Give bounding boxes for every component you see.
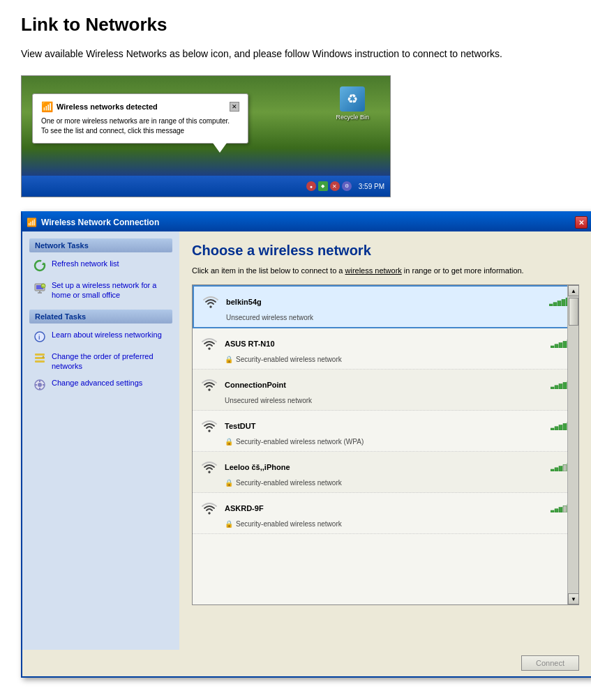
wnc-body: Network Tasks Refresh network list: [22, 231, 591, 650]
network-list-item[interactable]: belkin54g Unsecured wireless network: [193, 285, 578, 328]
wnc-content-desc: Click an item in the list below to conne…: [192, 266, 579, 276]
network-status-text: Security-enabled wireless network: [236, 479, 342, 487]
tray-icons: ● ◆ ✕ ⚙: [306, 181, 352, 191]
network-name: ASKRD-9F: [225, 504, 545, 512]
svg-rect-35: [559, 384, 562, 389]
network-list-item[interactable]: ASKRD-9F 🔒 Security-enabled wireless net…: [193, 493, 578, 534]
svg-rect-52: [555, 509, 558, 512]
svg-point-32: [209, 389, 211, 391]
scroll-thumb[interactable]: [569, 298, 578, 326]
taskbar: ● ◆ ✕ ⚙ 3:59 PM: [22, 176, 390, 197]
refresh-icon: [33, 259, 47, 273]
sidebar-refresh-label: Refresh network list: [52, 259, 119, 268]
sidebar-setup-label: Set up a wireless network for a home or …: [52, 280, 168, 300]
notif-title: Wireless networks detected: [57, 102, 158, 111]
scroll-up-arrow[interactable]: ▲: [568, 285, 579, 296]
sidebar-item-setup[interactable]: + Set up a wireless network for a home o…: [29, 277, 172, 304]
svg-point-0: [35, 261, 45, 271]
network-item-header: ASKRD-9F: [200, 499, 571, 518]
network-status-text: Unsecured wireless network: [226, 314, 313, 321]
network-tasks-title: Network Tasks: [29, 238, 172, 252]
sidebar-item-refresh[interactable]: Refresh network list: [29, 255, 172, 277]
svg-rect-30: [563, 342, 567, 349]
wifi-icon: [200, 375, 219, 395]
network-list-item[interactable]: ConnectionPoint Unsecured wireless netwo…: [193, 370, 578, 411]
svg-rect-45: [551, 469, 554, 471]
svg-rect-12: [35, 360, 45, 363]
network-list-item[interactable]: TestDUT 🔒 Security-enabled wireless netw…: [193, 411, 578, 452]
network-item-header: TestDUT: [200, 416, 571, 436]
network-status-text: Security-enabled wireless network (WPA): [236, 438, 364, 446]
network-list-scroll[interactable]: belkin54g Unsecured wireless network ASU…: [193, 285, 578, 604]
svg-rect-24: [562, 300, 565, 307]
notification-screenshot: ♻ Recycle Bin 📶 Wireless networks detect…: [21, 75, 391, 197]
learn-icon: i: [33, 330, 47, 344]
network-status: Unsecured wireless network: [201, 314, 570, 321]
network-item-header: Leeloo čš,,iPhone: [200, 457, 571, 477]
sidebar-item-change-advanced[interactable]: Change advanced settings: [29, 374, 172, 396]
connect-button[interactable]: Connect: [521, 655, 579, 671]
svg-rect-39: [551, 428, 554, 430]
network-item-header: ConnectionPoint: [200, 375, 571, 395]
wnc-sidebar: Network Tasks Refresh network list: [22, 231, 179, 650]
notif-close-btn[interactable]: ✕: [230, 102, 239, 112]
svg-rect-53: [559, 508, 562, 512]
network-name: TestDUT: [225, 422, 545, 430]
network-name: ASUS RT-N10: [225, 340, 545, 348]
lock-icon: 🔒: [225, 438, 233, 446]
svg-rect-46: [555, 468, 558, 471]
svg-point-20: [210, 306, 212, 308]
wifi-icon: [200, 334, 219, 353]
wireless-notif-icon: 📶: [41, 101, 52, 112]
tray-icon-4: ⚙: [342, 181, 352, 191]
network-list-item[interactable]: ASUS RT-N10 🔒 Security-enabled wireless …: [193, 328, 578, 370]
network-list: belkin54g Unsecured wireless network ASU…: [192, 284, 579, 605]
change-advanced-icon: [33, 379, 47, 393]
wnc-close-button[interactable]: ✕: [575, 216, 588, 229]
wnc-footer: Connect: [22, 650, 591, 676]
intro-text: View available Wireless Networks as belo…: [21, 47, 570, 61]
wifi-icon: [201, 292, 220, 312]
wnc-title-icon: 📶: [27, 218, 37, 227]
tray-icon-3: ✕: [330, 181, 340, 191]
wnc-titlebar: 📶 Wireless Network Connection ✕: [22, 213, 591, 231]
network-status: 🔒 Security-enabled wireless network (WPA…: [200, 438, 571, 446]
wifi-icon: [200, 457, 219, 477]
lock-icon: 🔒: [225, 520, 233, 528]
scroll-down-arrow[interactable]: ▼: [568, 593, 579, 604]
scrollbar[interactable]: ▲ ▼: [567, 285, 578, 604]
page-title: Link to Networks: [21, 14, 570, 36]
sidebar-item-learn[interactable]: i Learn about wireless networking: [29, 326, 172, 348]
svg-rect-33: [551, 387, 554, 389]
scroll-track: [568, 296, 578, 593]
sidebar-learn-label: Learn about wireless networking: [52, 330, 162, 340]
notification-bubble: 📶 Wireless networks detected ✕ One or mo…: [32, 93, 248, 144]
svg-marker-13: [42, 356, 45, 358]
svg-point-26: [209, 348, 211, 350]
network-list-item[interactable]: Leeloo čš,,iPhone 🔒 Security-enabled wir…: [193, 452, 578, 493]
change-order-icon: [33, 352, 47, 366]
svg-rect-48: [563, 465, 567, 472]
svg-rect-42: [563, 424, 567, 431]
sidebar-item-change-order[interactable]: Change the order of preferred networks: [29, 348, 172, 375]
svg-text:i: i: [38, 334, 40, 341]
svg-point-15: [38, 383, 42, 387]
svg-point-50: [209, 512, 211, 515]
svg-point-44: [209, 471, 211, 473]
svg-rect-21: [549, 304, 553, 306]
notif-header: 📶 Wireless networks detected ✕: [41, 101, 239, 112]
sidebar-divider: [29, 304, 172, 310]
wifi-icon: [200, 499, 219, 518]
svg-rect-22: [553, 303, 557, 306]
network-status: Unsecured wireless network: [200, 397, 571, 404]
related-tasks-title: Related Tasks: [29, 310, 172, 324]
wnc-window: 📶 Wireless Network Connection ✕ Network …: [21, 211, 591, 678]
sidebar-change-order-label: Change the order of preferred networks: [52, 351, 168, 372]
svg-rect-54: [563, 506, 567, 513]
wnc-content-title: Choose a wireless network: [192, 243, 579, 259]
svg-rect-29: [559, 343, 562, 348]
svg-point-38: [209, 430, 211, 432]
tray-icon-1: ●: [306, 181, 316, 191]
wifi-icon: [200, 416, 219, 436]
network-name: Leeloo čš,,iPhone: [225, 463, 545, 471]
